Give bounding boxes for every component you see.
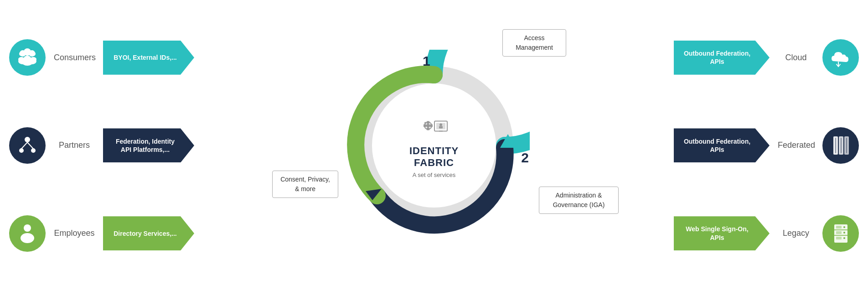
consumers-icon (9, 39, 46, 76)
right-section: Outbound Federation, APIs Cloud Outbound… (649, 0, 859, 291)
num-1-label: 1 (423, 53, 430, 69)
svg-rect-34 (439, 126, 443, 129)
callout-access-management: Access Management (502, 29, 566, 57)
svg-point-46 (843, 226, 845, 228)
legacy-icon (822, 215, 859, 252)
partners-arrow: Federation, Identity API Platforms,... (103, 128, 194, 162)
left-section: Consumers BYOI, External IDs,... Partner… (9, 0, 219, 291)
svg-point-25 (426, 124, 430, 128)
center-gear-icon (388, 113, 480, 142)
svg-point-15 (19, 148, 24, 153)
svg-rect-26 (427, 121, 429, 124)
svg-rect-28 (424, 125, 426, 127)
cloud-arrow: Outbound Federation, APIs (674, 41, 770, 75)
svg-point-8 (31, 52, 36, 56)
diagram-container: Consumers BYOI, External IDs,... Partner… (0, 0, 868, 291)
svg-rect-38 (835, 138, 836, 153)
employees-icon (9, 215, 46, 252)
partners-icon (9, 127, 46, 164)
svg-line-13 (21, 142, 27, 149)
cloud-icon (822, 39, 859, 76)
svg-rect-27 (427, 128, 429, 130)
cloud-row: Outbound Federation, APIs Cloud (649, 39, 859, 76)
svg-rect-49 (836, 226, 842, 229)
svg-point-17 (24, 224, 31, 232)
center-content: IDENTITY FABRIC A set of services (388, 113, 480, 178)
federated-icon (822, 127, 859, 164)
federated-row: Outbound Federation, APIs Federated (649, 127, 859, 164)
center-diagram: 1 2 3 (338, 50, 530, 241)
partners-label: Partners (54, 140, 95, 150)
svg-point-7 (18, 57, 25, 62)
callout-administration-iga: Administration &Governance (IGA) (539, 187, 619, 214)
svg-point-11 (24, 56, 31, 61)
num-3-label: 3 (395, 212, 403, 228)
svg-rect-51 (836, 237, 842, 239)
num-2-label: 2 (521, 150, 529, 166)
consumers-row: Consumers BYOI, External IDs,... (9, 39, 219, 76)
partners-row: Partners Federation, Identity API Platfo… (9, 127, 219, 164)
employees-label: Employees (54, 229, 95, 238)
employees-row: Employees Directory Services,... (9, 215, 219, 252)
legacy-row: Web Single Sign-On, APIs Legacy (649, 215, 859, 252)
svg-rect-42 (846, 138, 847, 153)
svg-point-16 (31, 148, 36, 153)
svg-rect-40 (841, 138, 842, 153)
svg-rect-50 (836, 231, 842, 234)
legacy-arrow: Web Single Sign-On, APIs (674, 216, 770, 250)
employees-arrow: Directory Services,... (103, 216, 194, 250)
svg-point-48 (843, 237, 845, 239)
consumers-arrow: BYOI, External IDs,... (103, 41, 194, 75)
svg-point-18 (21, 233, 34, 243)
consumers-label: Consumers (54, 53, 95, 62)
center-title: IDENTITY FABRIC (388, 145, 480, 169)
federated-arrow: Outbound Federation, APIs (674, 128, 770, 162)
svg-point-12 (25, 137, 30, 142)
svg-point-47 (843, 232, 845, 234)
svg-point-9 (30, 57, 36, 62)
svg-point-10 (25, 50, 30, 55)
svg-point-33 (439, 124, 442, 126)
svg-line-14 (27, 142, 33, 149)
cloud-label: Cloud (778, 53, 814, 62)
center-subtitle: A set of services (388, 171, 480, 178)
callout-consent-privacy: Consent, Privacy,& more (272, 171, 338, 198)
legacy-label: Legacy (778, 229, 814, 238)
svg-rect-29 (430, 125, 433, 127)
svg-point-6 (19, 52, 24, 56)
federated-label: Federated (778, 140, 814, 150)
